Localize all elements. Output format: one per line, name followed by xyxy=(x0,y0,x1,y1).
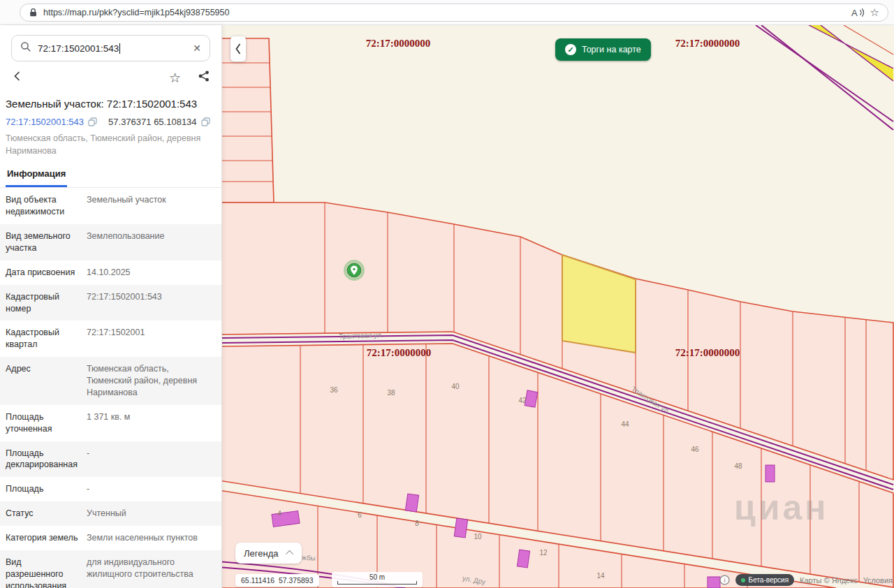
beta-badge: Бета-версия xyxy=(735,574,794,586)
svg-text:48: 48 xyxy=(734,462,742,470)
map-scale: 50 m xyxy=(332,572,423,587)
lock-icon[interactable] xyxy=(29,8,38,17)
tab-bar: Информация xyxy=(0,167,221,188)
map-canvas[interactable]: циан 72:17:0000000 72:17:0000000 72:17:0… xyxy=(222,25,894,588)
info-icon[interactable]: i xyxy=(719,575,730,585)
svg-text:72:17:0000000: 72:17:0000000 xyxy=(366,38,431,49)
chevron-up-icon xyxy=(286,550,293,558)
favorite-star-icon[interactable]: ☆ xyxy=(169,71,181,84)
cursor-coordinates: 65.111416 57.375893 xyxy=(235,574,319,587)
search-value[interactable]: 72:17:1502001:543 xyxy=(38,43,186,54)
map-attribution: i Бета-версия Карты © Яндекс Условия xyxy=(719,574,893,586)
clear-search-icon[interactable]: ✕ xyxy=(193,43,201,54)
table-row: АдресТюменская область, Тюменский район,… xyxy=(0,357,221,405)
svg-text:A: A xyxy=(851,8,858,18)
search-icon xyxy=(20,41,31,55)
svg-text:Трактовая ул.: Трактовая ул. xyxy=(339,331,383,340)
app-window: https://map.ru/pkk?ysclid=mjik1p54kj9387… xyxy=(0,0,894,588)
table-row: Дата присвоения14.10.2025 xyxy=(0,260,221,285)
svg-text:4: 4 xyxy=(277,510,281,517)
table-row: Вид земельного участкаЗемлепользование xyxy=(0,224,221,260)
address-bar[interactable]: https://map.ru/pkk?ysclid=mjik1p54kj9387… xyxy=(20,3,888,22)
svg-text:36: 36 xyxy=(330,386,338,394)
table-row: Категория земельЗемли населенных пунктов xyxy=(0,526,221,550)
search-input[interactable]: 72:17:1502001:543 ✕ xyxy=(11,35,210,61)
svg-text:6: 6 xyxy=(358,511,362,519)
svg-text:46: 46 xyxy=(691,446,699,453)
tab-information[interactable]: Информация xyxy=(6,168,67,187)
torgi-on-map-button[interactable]: ✓ Торги на карте xyxy=(555,38,651,61)
share-icon[interactable] xyxy=(198,70,210,85)
read-aloud-icon[interactable]: A xyxy=(851,7,865,18)
table-row: СтатусУчтенный xyxy=(0,501,221,526)
svg-text:i: i xyxy=(724,576,725,584)
svg-text:72:17:0000000: 72:17:0000000 xyxy=(675,347,740,358)
svg-text:40: 40 xyxy=(451,383,460,390)
scale-bar xyxy=(337,581,417,585)
table-row: Площадь- xyxy=(0,477,221,501)
favorites-star-icon[interactable]: ☆ xyxy=(870,7,879,17)
text-caret xyxy=(119,43,120,54)
svg-text:14: 14 xyxy=(596,572,605,580)
copy-coordinates-icon[interactable] xyxy=(201,117,210,126)
sidebar-panel: 72:17:1502001:543 ✕ ☆ Земельны xyxy=(0,25,222,588)
check-icon: ✓ xyxy=(565,44,576,55)
svg-text:8: 8 xyxy=(415,520,419,527)
table-row: Вид объекта недвижимостиЗемельный участо… xyxy=(0,188,221,224)
table-row: Площадь декларированная- xyxy=(0,441,221,478)
svg-text:44: 44 xyxy=(621,420,629,428)
svg-text:12: 12 xyxy=(539,549,548,557)
svg-text:10: 10 xyxy=(474,533,482,541)
properties-table: Вид объекта недвижимостиЗемельный участо… xyxy=(0,188,221,588)
svg-text:72:17:0000000: 72:17:0000000 xyxy=(367,347,432,358)
yandex-attribution-link[interactable]: Карты © Яндекс xyxy=(800,576,858,585)
page-title: Земельный участок: 72:17:1502001:543 xyxy=(6,98,216,110)
url-text[interactable]: https://map.ru/pkk?ysclid=mjik1p54kj9387… xyxy=(43,8,845,17)
beta-dot-icon xyxy=(741,578,745,582)
table-row: Кадастровый квартал72:17:1502001 xyxy=(0,321,221,357)
collapse-sidebar-button[interactable] xyxy=(230,36,246,61)
svg-text:72:17:0000000: 72:17:0000000 xyxy=(675,38,740,49)
table-row: Вид разрешенного использованиядля индиви… xyxy=(0,550,221,588)
terms-link[interactable]: Условия xyxy=(863,576,893,585)
parcel-address: Тюменская область, Тюменский район, дере… xyxy=(6,132,210,157)
cian-watermark: циан xyxy=(734,488,828,527)
table-row: Площадь уточненная1 371 кв. м xyxy=(0,405,221,441)
chevron-left-icon xyxy=(233,41,243,57)
back-icon[interactable] xyxy=(11,70,24,85)
svg-text:42: 42 xyxy=(518,397,527,404)
cadastral-number-link[interactable]: 72:17:1502001:543 xyxy=(6,117,84,127)
sidebar-nav-row: ☆ xyxy=(0,61,221,88)
selected-parcel-marker-icon xyxy=(345,261,363,279)
parcel-coordinates: 57.376371 65.108134 xyxy=(108,117,197,127)
cadastral-code-row: 72:17:1502001:543 57.376371 65.108134 xyxy=(6,117,216,127)
copy-cadastral-icon[interactable] xyxy=(88,117,97,126)
legend-button[interactable]: Легенда xyxy=(235,543,302,564)
browser-toolbar: https://map.ru/pkk?ysclid=mjik1p54kj9387… xyxy=(0,0,894,25)
svg-text:38: 38 xyxy=(387,389,395,397)
table-row: Кадастровый номер72:17:1502001:543 xyxy=(0,285,221,321)
